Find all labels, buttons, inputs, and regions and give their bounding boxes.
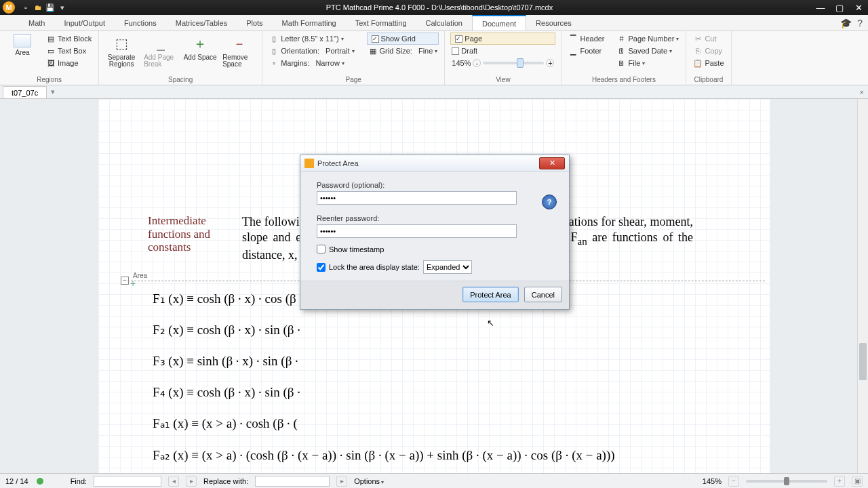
tab-math-formatting[interactable]: Math Formatting [273, 15, 346, 30]
document-tab[interactable]: t07_07c [3, 86, 47, 98]
find-input[interactable] [94, 476, 161, 487]
show-timestamp-checkbox[interactable] [317, 245, 326, 253]
status-fit-button[interactable]: ▣ [852, 476, 863, 487]
text-box-label: Text Box [58, 47, 86, 55]
page-number-icon: # [617, 34, 627, 43]
reenter-password-input[interactable] [317, 224, 517, 238]
tab-calculation[interactable]: Calculation [416, 15, 472, 30]
view-draft-toggle[interactable]: Draft [450, 45, 555, 57]
footer-label: Footer [580, 47, 601, 55]
paste-button[interactable]: 📋Paste [692, 57, 725, 69]
cap-icon[interactable]: 🎓 [840, 18, 852, 28]
grid-size-dropdown[interactable]: ▦Grid Size: Fine [367, 45, 439, 57]
qat-save-icon[interactable]: 💾 [45, 2, 56, 13]
qat-open-icon[interactable]: 🖿 [33, 2, 43, 13]
tab-math[interactable]: Math [19, 15, 54, 30]
margins-icon: ▫ [269, 58, 279, 68]
status-zoom-in-button[interactable]: + [834, 476, 845, 487]
maximize-button[interactable]: ▢ [830, 1, 849, 14]
add-space-icon: ＋ [191, 34, 210, 53]
replace-go-button[interactable]: ▸ [336, 476, 347, 487]
find-label: Find: [71, 477, 87, 485]
help-icon[interactable]: ? [857, 18, 863, 28]
view-page-toggle[interactable]: Page [450, 33, 555, 45]
text-block-button[interactable]: ▤Text Block [45, 33, 93, 45]
dialog-title: Protect Area [317, 159, 539, 167]
qat-new-icon[interactable]: ▫ [20, 2, 31, 13]
app-icon: M [3, 1, 15, 14]
minimize-button[interactable]: — [811, 1, 830, 14]
image-button[interactable]: 🖼Image [45, 57, 93, 69]
grid-size-icon: ▦ [368, 46, 378, 56]
protect-area-button[interactable]: Protect Area [462, 287, 519, 302]
file-dropdown[interactable]: 🗎File [616, 57, 681, 69]
lock-display-state-checkbox[interactable] [317, 263, 326, 272]
footer-button[interactable]: ▁Footer [567, 45, 606, 57]
options-dropdown[interactable]: Options [354, 477, 384, 485]
text-box-button[interactable]: ▭Text Box [45, 45, 93, 57]
file-icon: 🗎 [617, 58, 627, 68]
zoom-control[interactable]: 145% - + [450, 57, 555, 69]
add-page-break-label: Add Page Break [144, 54, 178, 68]
status-zoom-slider[interactable] [746, 480, 827, 483]
orientation-dropdown[interactable]: ▯Orientation: Portrait [268, 45, 355, 57]
saved-date-dropdown[interactable]: 🗓Saved Date [616, 45, 681, 57]
find-next-button[interactable]: ▸ [186, 476, 197, 487]
group-regions-label: Regions [5, 75, 93, 85]
separate-regions-button[interactable]: ⬚Separate Regions [104, 33, 138, 68]
cancel-button[interactable]: Cancel [524, 287, 562, 302]
margins-label: Margins: [281, 59, 309, 67]
dialog-close-button[interactable]: ✕ [539, 157, 565, 169]
equation-3[interactable]: F₃ (x) ≡ sinh (β · x) · sin (β · [153, 353, 298, 369]
add-page-break-button[interactable]: ⎯Add Page Break [144, 33, 178, 68]
text-box-icon: ▭ [46, 46, 56, 56]
area-button[interactable]: Area [5, 33, 39, 56]
remove-space-button[interactable]: －Remove Space [222, 33, 256, 68]
scrollbar-thumb[interactable] [859, 343, 867, 380]
tab-text-formatting[interactable]: Text Formatting [346, 15, 416, 30]
cut-label: Cut [705, 35, 716, 43]
zoom-out-icon[interactable]: - [473, 59, 481, 67]
lock-display-state-select[interactable]: Expanded [423, 260, 472, 274]
paste-icon: 📋 [693, 58, 703, 68]
status-zoom-out-button[interactable]: − [728, 476, 739, 487]
equation-2[interactable]: F₂ (x) ≡ cosh (β · x) · sin (β · [153, 322, 300, 338]
equation-1[interactable]: F₁ (x) ≡ cosh (β · x) · cos (β [153, 291, 296, 306]
page-number-dropdown[interactable]: #Page Number [616, 33, 681, 45]
margins-dropdown[interactable]: ▫Margins: Narrow [268, 57, 355, 69]
status-dot-icon [37, 478, 43, 485]
copy-button[interactable]: ⎘Copy [692, 45, 725, 57]
close-button[interactable]: ✕ [849, 1, 868, 14]
header-label: Header [580, 35, 604, 43]
cut-button[interactable]: ✂Cut [692, 33, 725, 45]
tab-resources[interactable]: Resources [526, 15, 581, 30]
document-tab-close-icon[interactable]: × [856, 85, 868, 98]
add-space-button[interactable]: ＋Add Space [183, 33, 217, 61]
find-prev-button[interactable]: ◂ [168, 476, 179, 487]
document-tabs: t07_07c ▾ × [0, 85, 868, 99]
zoom-slider[interactable] [483, 62, 544, 64]
tab-input-output[interactable]: Input/Output [54, 15, 115, 30]
qat-more-icon[interactable]: ▾ [57, 2, 68, 13]
vertical-scrollbar[interactable] [857, 99, 868, 473]
equation-5[interactable]: Fₐ₁ (x) ≡ (x > a) · cosh (β · ( [153, 415, 298, 431]
area-label: Area [15, 49, 29, 56]
tab-plots[interactable]: Plots [237, 15, 272, 30]
dialog-help-icon[interactable]: ? [542, 195, 557, 209]
equation-6[interactable]: Fₐ₂ (x) ≡ (x > a) · (cosh (β · (x − a)) … [153, 447, 615, 463]
show-grid-label: Show Grid [381, 35, 416, 43]
doc-tabs-dropdown-icon[interactable]: ▾ [51, 87, 55, 96]
tab-matrices[interactable]: Matrices/Tables [166, 15, 237, 30]
replace-input[interactable] [255, 476, 330, 487]
show-grid-toggle[interactable]: Show Grid [367, 33, 439, 45]
page-size-dropdown[interactable]: ▯Letter (8.5" x 11") [268, 33, 355, 45]
saved-date-label: Saved Date [629, 47, 667, 55]
view-page-checkbox [455, 35, 462, 43]
header-button[interactable]: ▔Header [567, 33, 606, 45]
password-input[interactable] [317, 191, 517, 205]
equation-4[interactable]: F₄ (x) ≡ cosh (β · x) · sin (β · [153, 384, 300, 400]
tab-document[interactable]: Document [472, 15, 526, 30]
header-icon: ▔ [568, 34, 578, 43]
tab-functions[interactable]: Functions [115, 15, 166, 30]
zoom-in-icon[interactable]: + [546, 59, 554, 67]
